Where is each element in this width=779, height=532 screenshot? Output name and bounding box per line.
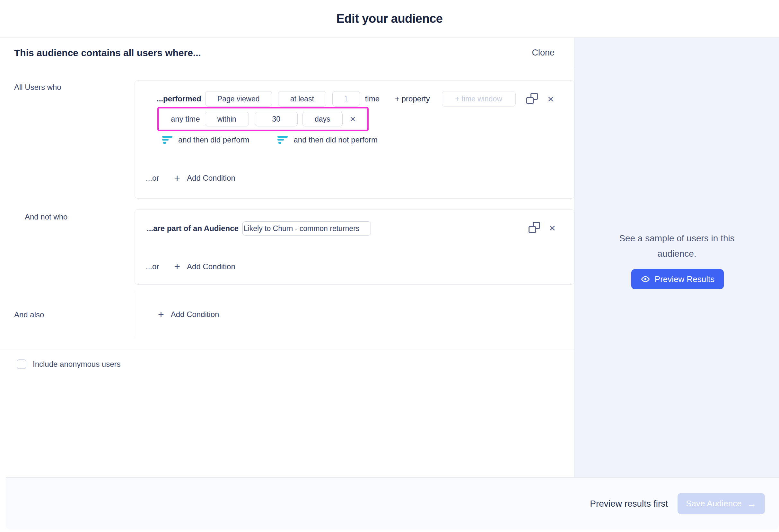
count-suffix-label: time <box>365 94 379 103</box>
time-window-input[interactable]: + time window <box>442 91 516 107</box>
preview-results-button[interactable]: Preview Results <box>631 269 724 289</box>
content-divider <box>0 349 575 349</box>
preview-first-hint: Preview results first <box>590 498 668 509</box>
remove-condition-icon[interactable]: × <box>549 222 555 233</box>
plus-icon[interactable]: + <box>174 173 180 183</box>
title-bar: Edit your audience <box>0 0 779 38</box>
remove-condition-icon[interactable]: × <box>547 93 554 104</box>
section-heading: This audience contains all users where..… <box>14 48 201 58</box>
group-label-and-also: And also <box>14 310 44 319</box>
group-label-and-not-who: And not who <box>25 212 67 221</box>
duplicate-condition-icon[interactable] <box>526 93 538 104</box>
plus-icon[interactable]: + <box>158 309 164 320</box>
funnel-icon <box>278 136 288 144</box>
any-time-label: any time <box>171 115 200 124</box>
funnel-icon <box>162 136 173 144</box>
footer-bar: Preview results first Save Audience → <box>6 477 779 529</box>
remove-time-window-icon[interactable]: × <box>350 114 356 124</box>
within-select-button[interactable]: within <box>205 112 249 126</box>
time-window-highlight-box: any time within 30 days × <box>157 107 369 131</box>
preview-panel: See a sample of users in this audience. … <box>575 38 779 477</box>
count-input[interactable]: 1 <box>332 91 360 107</box>
preview-results-label: Preview Results <box>655 274 714 284</box>
sample-text-line1: See a sample of users in this <box>575 231 779 246</box>
eye-icon <box>641 276 650 283</box>
save-audience-button[interactable]: Save Audience → <box>677 493 765 514</box>
or-label: ...or <box>146 262 159 271</box>
add-condition-button[interactable]: Add Condition <box>171 310 219 319</box>
then-did-not-perform-button[interactable]: and then did not perform <box>294 135 378 144</box>
group-label-all-users: All Users who <box>14 83 61 92</box>
plus-icon[interactable]: + <box>174 262 180 272</box>
or-label: ...or <box>146 174 159 183</box>
edit-audience-dialog: Edit your audience This audience contain… <box>0 0 779 532</box>
add-property-button[interactable]: + property <box>395 94 430 103</box>
sample-text: See a sample of users in this audience. <box>575 231 779 262</box>
add-condition-button[interactable]: Add Condition <box>187 174 235 183</box>
clone-button[interactable]: Clone <box>532 48 554 58</box>
section-header: This audience contains all users where..… <box>0 38 575 68</box>
and-also-divider <box>135 290 135 338</box>
audience-prefix: ...are part of an Audience <box>147 224 239 233</box>
include-anonymous-label: Include anonymous users <box>33 360 121 369</box>
condition-card-performed: ...performed Page viewed at least 1 time… <box>134 80 575 199</box>
performed-prefix: ...performed <box>157 94 201 103</box>
condition-card-audience: ...are part of an Audience Likely to Chu… <box>134 209 575 285</box>
event-select-button[interactable]: Page viewed <box>205 91 272 107</box>
operator-select-button[interactable]: at least <box>278 91 326 107</box>
include-anonymous-row: Include anonymous users <box>17 359 121 369</box>
page-title: Edit your audience <box>337 12 443 26</box>
add-condition-button[interactable]: Add Condition <box>187 262 235 271</box>
audience-select-input[interactable]: Likely to Churn - common returners <box>242 221 371 236</box>
duplicate-condition-icon[interactable] <box>529 222 540 233</box>
time-amount-input[interactable]: 30 <box>255 112 298 126</box>
include-anonymous-checkbox[interactable] <box>17 359 26 369</box>
then-did-perform-button[interactable]: and then did perform <box>178 135 249 144</box>
save-audience-label: Save Audience <box>686 498 741 509</box>
sample-text-line2: audience. <box>575 246 779 262</box>
arrow-right-icon: → <box>747 499 757 509</box>
time-unit-select-button[interactable]: days <box>302 112 343 126</box>
